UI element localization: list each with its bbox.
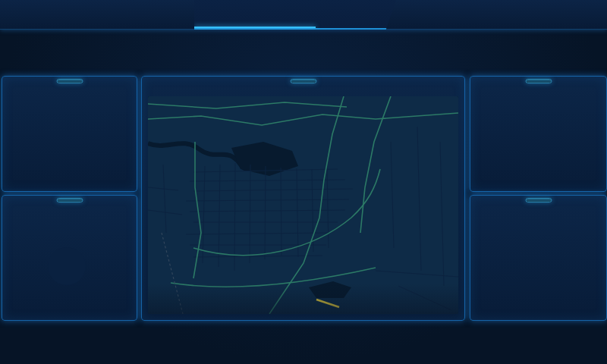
panel-network-type <box>2 195 137 321</box>
panel-project-map <box>141 76 465 321</box>
map-canvas[interactable] <box>148 96 458 314</box>
panel-header <box>56 198 83 202</box>
device-stats-chart <box>470 196 606 320</box>
network-donut-chart <box>30 229 104 303</box>
top-nav-bar <box>0 0 607 30</box>
panel-device-stats <box>470 195 607 321</box>
panel-header <box>290 79 316 83</box>
panel-header <box>525 79 552 83</box>
title-box <box>194 0 396 30</box>
panel-header <box>56 79 83 83</box>
panel-host-type <box>470 76 607 192</box>
online-rate-gauge <box>2 95 137 189</box>
panel-online-rate <box>2 76 137 192</box>
host-type-chart <box>470 77 606 191</box>
map-overlay <box>148 96 458 314</box>
panel-header <box>525 198 552 202</box>
